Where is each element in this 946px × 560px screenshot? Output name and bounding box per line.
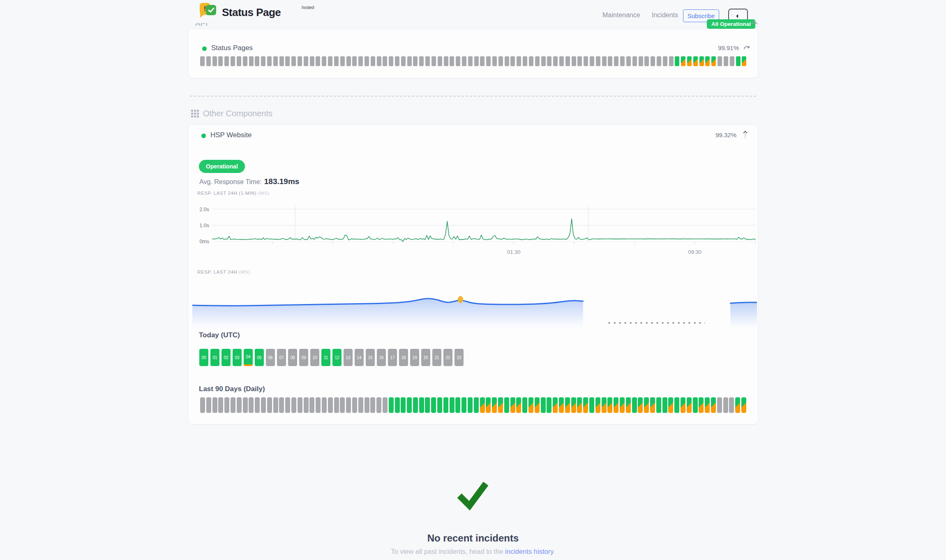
uptime-bar: [523, 56, 527, 66]
uptime-bar: [322, 56, 326, 66]
uptime-bar: [602, 397, 607, 413]
uptime-bar: [639, 56, 643, 66]
uptime-bar: [614, 397, 618, 413]
brand-superscript: hosted: [302, 5, 314, 10]
uptime-bar: [291, 56, 296, 66]
uptime-bar: [674, 397, 679, 413]
uptime-bar: [717, 397, 722, 413]
uptime-bar: [322, 397, 327, 413]
uptime-bar: [505, 56, 509, 66]
uptime-bar: [401, 397, 406, 413]
status-dot: [201, 134, 206, 138]
uptime-bar: [584, 56, 588, 66]
response-time-line-chart: 2.0s 1.0s 0ms 01:3009:30: [188, 205, 759, 259]
uptime-bar: [212, 397, 217, 413]
uptime-bar: [675, 56, 679, 66]
top-header: ! Status Page hosted Maintenance Inciden…: [0, 0, 946, 23]
uptime-bar: [249, 397, 254, 413]
latest-point-marker: [458, 296, 463, 303]
uptime-bar: [437, 397, 442, 413]
uptime-bar: [255, 56, 259, 66]
nav-incidents-link[interactable]: Incidents: [652, 12, 678, 19]
uptime-bar: [547, 397, 551, 413]
uptime-bar: [304, 397, 309, 413]
uptime-bar: [298, 397, 302, 413]
uptime-bar: [571, 397, 576, 413]
uptime-bar: [285, 397, 290, 413]
uptime-bar: [328, 56, 332, 66]
half-circle-icon: ◐: [736, 12, 740, 20]
chart2-label: RESP. LAST 24H(MS): [197, 270, 250, 274]
uptime-bar: [304, 56, 308, 66]
uptime-bar: [541, 397, 546, 413]
uptime-bar: [718, 56, 722, 66]
uptime-bar: [407, 397, 412, 413]
uptime-bar: [438, 56, 442, 66]
uptime-bar: [522, 397, 527, 413]
y-axis-label: 2.0s: [193, 207, 209, 212]
uptime-bar: [711, 397, 716, 413]
uptime-bar: [705, 397, 710, 413]
uptime-bar: [577, 397, 582, 413]
brand-logo[interactable]: ! Status Page hosted: [200, 2, 294, 21]
uptime-bar: [602, 56, 607, 66]
uptime-bars-status-pages: [200, 56, 747, 66]
uptime-bar: [206, 397, 211, 413]
uptime-bar: [486, 56, 491, 66]
uptime-bar: [383, 397, 388, 413]
refresh-icon[interactable]: [743, 45, 750, 51]
hour-block-18: 18: [399, 349, 408, 366]
hour-block-14: 14: [355, 349, 364, 366]
avg-response-value: 183.19ms: [264, 177, 300, 186]
uptime-bar: [358, 397, 363, 413]
incidents-history-link[interactable]: incidents history: [505, 548, 553, 555]
uptime-bar: [383, 56, 387, 66]
uptime-bar: [200, 56, 205, 66]
uptime-bar: [510, 56, 515, 66]
uptime-bar: [279, 56, 284, 66]
uptime-bar: [431, 397, 436, 413]
uptime-bar: [541, 56, 546, 66]
uptime-bar: [346, 397, 351, 413]
uptime-bar: [316, 56, 320, 66]
uptime-bar: [535, 56, 540, 66]
uptime-bar: [352, 56, 357, 66]
uptime-bar: [340, 56, 345, 66]
hour-block-19: 19: [410, 349, 419, 366]
collapse-arrow-icon[interactable]: [743, 131, 748, 138]
uptime-bar: [231, 397, 235, 413]
uptime-bar: [298, 56, 302, 66]
uptime-bar: [455, 397, 460, 413]
uptime-bar: [638, 397, 643, 413]
last-90-days-title: Last 90 Days (Daily): [199, 385, 265, 393]
uptime-bar: [492, 56, 497, 66]
uptime-bar: [218, 397, 223, 413]
y-axis-label: 1.0s: [193, 223, 209, 228]
uptime-bar: [559, 397, 564, 413]
uptime-bar: [255, 397, 260, 413]
uptime-bar: [413, 56, 418, 66]
uptime-bar: [516, 397, 521, 413]
uptime-bar: [650, 397, 655, 413]
uptime-bar: [498, 56, 503, 66]
uptime-bar: [461, 397, 466, 413]
uptime-bar: [365, 56, 369, 66]
uptime-bar: [632, 397, 637, 413]
hour-block-01: 01: [210, 349, 219, 366]
uptime-bar: [687, 56, 692, 66]
uptime-bar: [723, 397, 728, 413]
uptime-bar: [565, 56, 570, 66]
hour-block-07: 07: [277, 349, 286, 366]
uptime-bar: [498, 397, 503, 413]
uptime-bar: [699, 397, 704, 413]
uptime-bar: [395, 397, 400, 413]
nav-maintenance-link[interactable]: Maintenance: [602, 12, 640, 19]
component-name: HSP Website: [210, 131, 251, 139]
response-time-area-chart: [192, 284, 757, 332]
chevron-up-icon[interactable]: [751, 21, 758, 25]
uptime-bar: [742, 56, 746, 66]
no-incidents-title: No recent incidents: [0, 532, 946, 544]
hour-block-22: 22: [443, 349, 452, 366]
uptime-bar: [614, 56, 618, 66]
uptime-bar: [705, 56, 710, 66]
